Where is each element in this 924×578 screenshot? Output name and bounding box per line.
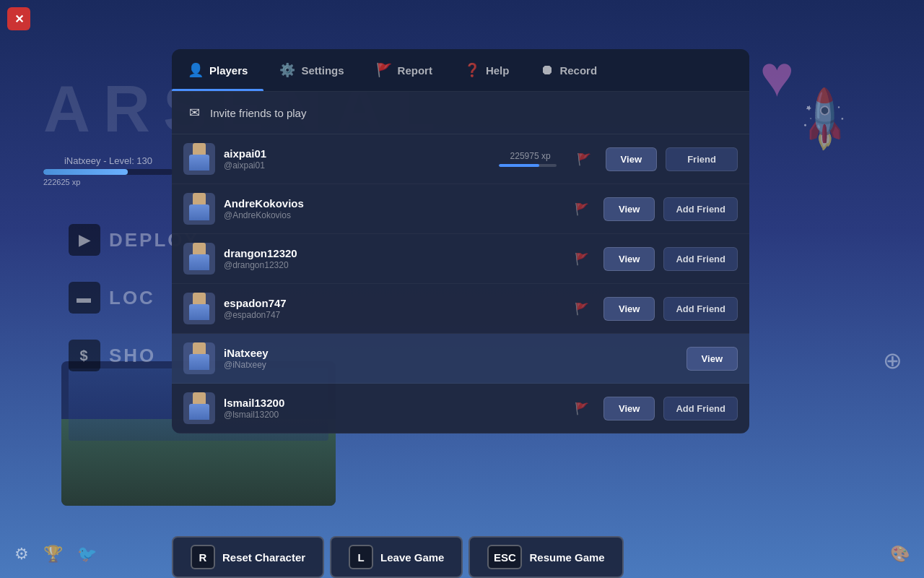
settings-tab-icon: ⚙️ [279,62,295,78]
player-level: iNatxeey - Level: 130 [43,155,173,166]
players-tab-label: Players [209,64,248,77]
xp-progress-fill [499,164,539,167]
main-panel: 👤 Players ⚙️ Settings 🚩 Report ❓ Help ⏺ … [172,49,749,434]
add-friend-button[interactable]: Add Friend [663,297,738,321]
player-avatar [183,293,215,324]
tab-players[interactable]: 👤 Players [172,49,263,91]
player-row: lsmail13200 @lsmail13200🚩ViewAdd Friend [172,384,749,434]
view-button[interactable]: View [603,397,655,420]
shop-label: SHO [109,345,156,367]
flag-button[interactable]: 🚩 [571,146,597,172]
player-handle: @AndreKokovios [224,210,560,220]
player-name: lsmail13200 [224,397,560,409]
player-handle: @iNatxeey [224,360,643,370]
add-friend-button[interactable]: Add Friend [663,397,738,420]
view-button[interactable]: View [603,247,655,271]
view-button[interactable]: View [687,347,738,371]
flag-button[interactable]: 🚩 [569,395,595,421]
lock-label: LOC [109,287,155,309]
player-handle: @drangon12320 [224,260,560,270]
player-avatar [183,193,215,225]
player-info: drangon12320 @drangon12320 [224,247,560,270]
player-row: aixpai01 @aixpai01225975 xp 🚩ViewFriend [172,134,749,184]
player-info: lsmail13200 @lsmail13200 [224,397,560,420]
help-tab-icon: ❓ [464,62,480,78]
players-list: aixpai01 @aixpai01225975 xp 🚩ViewFriend … [172,134,749,434]
player-row: AndreKokovios @AndreKokovios🚩ViewAdd Fri… [172,184,749,234]
xp-progress-bar [499,164,557,167]
player-row: espadon747 @espadon747🚩ViewAdd Friend [172,284,749,334]
player-info: AndreKokovios @AndreKokovios [224,197,560,220]
view-button[interactable]: View [603,197,655,221]
invite-icon: ✉ [189,105,200,121]
twitter-icon[interactable]: 🐦 [77,545,97,564]
bg-heart-icon: ♥ [760,43,795,110]
record-tab-icon: ⏺ [541,63,554,78]
bottom-hud-left: ⚙ 🏆 🐦 [14,545,97,564]
bottom-action-leave-game[interactable]: L Leave Game [330,536,463,578]
player-avatar [183,392,215,424]
crosshair-icon: ⊕ [883,347,902,374]
xp-bar-fill [43,169,128,175]
palette-icon[interactable]: 🎨 [890,545,910,564]
player-xp: 225975 xp [510,151,557,161]
key-badge: ESC [487,545,522,569]
tab-bar: 👤 Players ⚙️ Settings 🚩 Report ❓ Help ⏺ … [172,49,749,92]
action-label: Leave Game [380,551,444,564]
add-friend-button[interactable]: Add Friend [663,197,738,221]
flag-button[interactable]: 🚩 [569,296,595,322]
tab-report[interactable]: 🚩 Report [360,49,448,91]
player-avatar [183,342,215,374]
bottom-action-reset-character[interactable]: R Reset Character [172,536,324,578]
invite-friends-row[interactable]: ✉ Invite friends to play [172,92,749,134]
player-name: espadon747 [224,297,560,309]
report-tab-icon: 🚩 [376,62,392,78]
flag-button[interactable]: 🚩 [569,196,595,222]
settings-tab-label: Settings [301,64,344,77]
view-button[interactable]: View [606,147,657,171]
close-button[interactable]: ✕ [7,7,30,30]
trophy-icon[interactable]: 🏆 [43,545,63,564]
player-avatar [183,243,215,275]
tab-help[interactable]: ❓ Help [448,49,526,91]
player-info: aixpai01 @aixpai01 [224,147,490,171]
key-badge: R [191,545,215,569]
action-label: Resume Game [529,551,604,564]
invite-label: Invite friends to play [210,107,306,119]
view-button[interactable]: View [603,297,655,321]
record-tab-label: Record [559,64,597,77]
key-badge: L [349,545,373,569]
report-tab-label: Report [398,64,432,77]
player-row: iNatxeey @iNatxeeyView [172,334,749,384]
player-name: drangon12320 [224,247,560,259]
player-avatar [183,143,215,175]
hud-shop: $ SHO [69,340,156,371]
player-xp-area: 225975 xp [499,151,562,167]
player-hud: iNatxeey - Level: 130 222625 xp [43,155,173,186]
player-name: aixpai01 [224,147,490,160]
hud-lock: ▬ LOC [69,282,155,314]
player-name: AndreKokovios [224,197,560,210]
player-handle: @lsmail13200 [224,410,560,420]
player-info: iNatxeey @iNatxeey [224,347,643,370]
flag-button[interactable]: 🚩 [569,246,595,272]
friend-button[interactable]: Friend [666,147,738,171]
shop-icon: $ [69,340,100,371]
help-tab-label: Help [486,64,510,77]
player-handle: @aixpai01 [224,160,490,171]
player-row: drangon12320 @drangon12320🚩ViewAdd Frien… [172,234,749,284]
player-name: iNatxeey [224,347,643,359]
bottom-hud-right: 🎨 [890,545,910,564]
settings-icon[interactable]: ⚙ [14,545,29,564]
player-info: espadon747 @espadon747 [224,297,560,320]
lock-icon: ▬ [69,282,100,314]
action-label: Reset Character [222,551,305,564]
bottom-action-resume-game[interactable]: ESC Resume Game [468,536,623,578]
tab-settings[interactable]: ⚙️ Settings [263,49,359,91]
players-tab-icon: 👤 [188,62,204,78]
player-handle: @espadon747 [224,310,560,320]
tab-record[interactable]: ⏺ Record [525,50,613,91]
xp-bar [43,169,173,175]
bottom-action-bar: R Reset CharacterL Leave GameESC Resume … [172,536,629,578]
add-friend-button[interactable]: Add Friend [663,247,738,271]
